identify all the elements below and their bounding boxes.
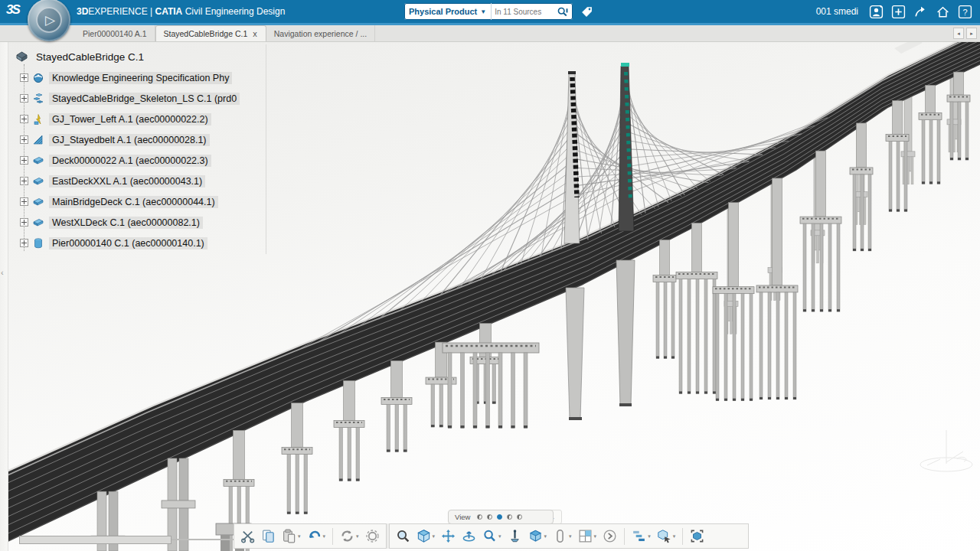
tree-item-1[interactable]: StayedCableBridge_Skeleton_LS C.1 (prd0 (11, 88, 263, 109)
search-input[interactable] (492, 8, 552, 16)
pylon-right[interactable] (619, 63, 634, 231)
collapsed-panel-strip[interactable]: ‹ (0, 41, 8, 551)
tree-item-label[interactable]: GJ_Tower_Left A.1 (aec00000022.2) (49, 113, 211, 126)
capsule-icon (553, 529, 567, 543)
profile-button[interactable] (868, 4, 884, 19)
expand-plus-icon[interactable] (20, 94, 28, 103)
view-dot-3[interactable] (497, 514, 502, 520)
tab-label: Pier00000140 A.1 (83, 29, 147, 38)
slider-thumb[interactable] (19, 536, 172, 544)
dropdown-arrow-icon[interactable]: ▾ (433, 533, 436, 540)
tree-item-label[interactable]: MainBridgeDeck C.1 (aec00000044.1) (49, 196, 218, 208)
expand-plus-icon[interactable] (20, 156, 28, 165)
normal-pin-button[interactable] (505, 526, 524, 546)
tree-item-3[interactable]: GJ_Stayedbelt A.1 (aec00000028.1) (11, 129, 263, 150)
tree-item-2[interactable]: GJ_Tower_Left A.1 (aec00000022.2) (11, 109, 263, 129)
magnifier-blue-button[interactable]: ▾ (480, 526, 504, 546)
tab-2[interactable]: Navigation experience / ... (266, 25, 375, 41)
magnifier-button[interactable] (394, 526, 413, 546)
home-button[interactable] (935, 4, 950, 19)
cube-cursor-button[interactable]: ▾ (655, 526, 678, 546)
help-button[interactable]: ? (957, 4, 972, 19)
view-dot-4[interactable] (507, 514, 512, 520)
copy-icon (261, 529, 276, 543)
dropdown-arrow-icon[interactable]: ▾ (594, 533, 597, 540)
cube-cursor-icon (657, 529, 671, 543)
frame-cube-button[interactable] (688, 526, 707, 546)
iso-cube-button[interactable]: ▾ (414, 526, 438, 546)
capsule-button[interactable]: ▾ (550, 526, 574, 546)
search-scope-dropdown[interactable]: Physical Product ▼ (404, 3, 492, 20)
view-carousel[interactable]: View (448, 510, 554, 524)
turntable-button[interactable] (459, 526, 479, 546)
gear-sphere-button[interactable] (363, 526, 382, 546)
tree-item-0[interactable]: Knowledge Engineering Specification Phy (11, 67, 263, 88)
structure-tree-button[interactable]: ▾ (629, 526, 653, 546)
tree-item-4[interactable]: Deck00000022 A.1 (aec00000022.3) (11, 150, 263, 171)
view-dot-2[interactable] (487, 514, 492, 520)
tag-button[interactable] (580, 5, 593, 21)
knowledge-icon (32, 72, 44, 84)
pier-icon (32, 237, 44, 249)
ground-axis-marker (920, 430, 972, 471)
section-slider[interactable] (19, 536, 246, 543)
tab-scroll-right-button[interactable]: ▸ (966, 28, 977, 39)
undo-arrow-button[interactable]: ▾ (305, 526, 328, 546)
search-button[interactable] (552, 6, 573, 18)
frame-cube-icon (690, 529, 704, 543)
view-cube-button[interactable]: ▾ (526, 526, 550, 546)
split-view-button[interactable]: ▾ (576, 526, 599, 546)
tree-item-label[interactable]: Knowledge Engineering Specification Phy (49, 72, 232, 84)
tree-item-label[interactable]: Pier00000140 C.1 (aec00000140.1) (49, 237, 207, 249)
tab-scroll-left-button[interactable]: ◂ (953, 28, 964, 39)
chevron-circle-button[interactable] (600, 526, 619, 546)
pan-arrows-button[interactable] (439, 526, 458, 546)
deck-icon (32, 175, 44, 187)
expand-plus-icon[interactable] (20, 73, 28, 82)
tree-root-label[interactable]: StayedCableBridge C.1 (33, 51, 147, 64)
dropdown-arrow-icon[interactable]: ▾ (298, 533, 301, 540)
pylon-left[interactable] (564, 71, 580, 243)
tab-0[interactable]: Pier00000140 A.1 (75, 25, 155, 41)
3dexperience-compass[interactable]: ▷ (28, 0, 70, 41)
copy-button[interactable] (259, 526, 278, 546)
tree-item-label[interactable]: Deck00000022 A.1 (aec00000022.3) (49, 155, 211, 167)
expand-plus-icon[interactable] (20, 218, 28, 227)
dropdown-arrow-icon[interactable]: ▾ (498, 533, 501, 540)
dropdown-arrow-icon[interactable]: ▾ (323, 533, 326, 540)
dropdown-arrow-icon[interactable]: ▾ (569, 533, 572, 540)
tree-item-label[interactable]: StayedCableBridge_Skeleton_LS C.1 (prd0 (49, 93, 240, 105)
tree-item-5[interactable]: EastDeckXXL A.1 (aec00000043.1) (11, 171, 263, 191)
tree-root[interactable]: StayedCableBridge C.1 (11, 46, 263, 67)
view-dot-5[interactable] (517, 514, 522, 520)
user-menu[interactable]: 001 smedi (816, 6, 858, 17)
tree-item-label[interactable]: EastDeckXXL A.1 (aec00000043.1) (49, 175, 205, 187)
expand-plus-icon[interactable] (20, 135, 28, 144)
global-search[interactable]: Physical Product ▼ (404, 3, 573, 20)
dropdown-arrow-icon[interactable]: ▾ (544, 533, 547, 540)
expand-plus-icon[interactable] (20, 239, 28, 247)
share-button[interactable] (913, 4, 928, 19)
expand-plus-icon[interactable] (20, 115, 28, 123)
dropdown-arrow-icon[interactable]: ▾ (356, 533, 359, 540)
view-dot-1[interactable] (477, 514, 482, 520)
tree-item-8[interactable]: Pier00000140 C.1 (aec00000140.1) (11, 233, 263, 253)
tab-close-icon[interactable]: x (252, 30, 258, 38)
tree-item-7[interactable]: WestXLDeck C.1 (aec00000082.1) (11, 212, 263, 233)
brand-3d: 3D (77, 6, 88, 17)
tree-item-label[interactable]: WestXLDeck C.1 (aec00000082.1) (49, 217, 203, 229)
dropdown-arrow-icon[interactable]: ▾ (648, 533, 651, 540)
dropdown-arrow-icon[interactable]: ▾ (673, 533, 676, 540)
cables-icon (32, 134, 44, 146)
expand-plus-icon[interactable] (20, 177, 28, 185)
scissors-button[interactable] (238, 526, 257, 546)
tab-1[interactable]: StayedCableBridge C.1x (155, 25, 266, 41)
pylon-right-pier[interactable] (616, 260, 635, 406)
tree-item-6[interactable]: MainBridgeDeck C.1 (aec00000044.1) (11, 191, 263, 212)
pylon-left-pier[interactable] (566, 288, 584, 419)
update-arrows-button[interactable]: ▾ (338, 526, 361, 546)
tree-item-label[interactable]: GJ_Stayedbelt A.1 (aec00000028.1) (49, 134, 210, 146)
add-content-button[interactable] (890, 4, 906, 19)
expand-plus-icon[interactable] (20, 197, 28, 206)
paste-button[interactable]: ▾ (279, 526, 303, 546)
